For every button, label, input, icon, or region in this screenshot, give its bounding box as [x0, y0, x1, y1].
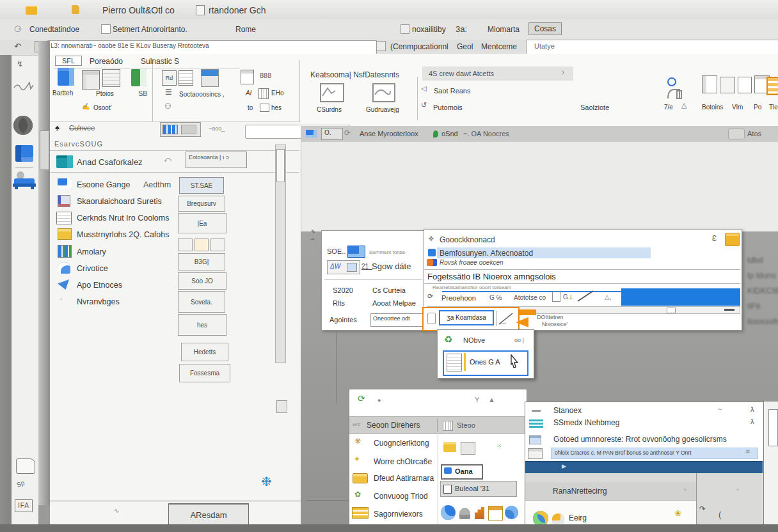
mid-group-tab[interactable]: 4S crew dawt Atcetts ›	[422, 66, 573, 81]
account-name[interactable]: Anad Csaforkalez	[77, 157, 143, 167]
pane-scrollbar[interactable]	[38, 41, 50, 505]
globe-blue-icon[interactable]	[505, 506, 518, 519]
menu-item-home[interactable]: Rome	[235, 25, 256, 34]
sync-green-icon[interactable]: ⟳	[358, 393, 365, 403]
cosas-button[interactable]: Cosas	[528, 22, 562, 35]
undo-cursor-icon[interactable]: ↶	[14, 42, 21, 51]
new-mail-icon[interactable]	[58, 68, 74, 86]
mail-module-icon[interactable]	[15, 145, 33, 162]
menu-item-accessibility[interactable]: noxailitiby	[412, 25, 446, 34]
dropdown-item-selected[interactable]: Ones G A	[443, 350, 528, 376]
menu-left-3[interactable]: Agointes	[329, 316, 357, 324]
oana-button[interactable]: Oana	[441, 464, 483, 480]
stack-button-soveta[interactable]: Soveta.	[178, 291, 225, 313]
putomois-label[interactable]: Putomois	[433, 104, 463, 111]
folder-item[interactable]: Esoone Gange	[77, 180, 130, 189]
result-row-4[interactable]: ohloix Cracros c. M PAN Brof bonus so an…	[555, 450, 692, 456]
menu-item-zoom[interactable]: 3a:	[456, 24, 467, 34]
suggestion-1-text[interactable]: Bemfosunyen. Afxecnoatod	[440, 249, 533, 258]
gudruavejg-label[interactable]: Gudruavejg	[366, 106, 399, 113]
archive-folder-icon[interactable]	[16, 458, 35, 474]
menu-right-3-box[interactable]: Oneoortee odt	[370, 313, 425, 327]
stack-button-soojo[interactable]: Soo JO	[178, 272, 226, 290]
person-gray-icon[interactable]	[459, 508, 470, 519]
mini-button-1[interactable]	[178, 239, 193, 251]
archive-building-icon[interactable]	[82, 70, 100, 90]
flag-icon[interactable]: ↯	[17, 59, 23, 68]
hes-checkbox-icon[interactable]	[260, 104, 269, 112]
menu-item-4[interactable]: Sagornviexors	[374, 510, 423, 519]
menu-item-file[interactable]: Conedtatindoe	[29, 25, 79, 34]
folder-item[interactable]: Nvranvbges	[77, 297, 120, 306]
result-row-3[interactable]: Gotoed umnnoreste: Rrot ovvonöohg goesol…	[553, 435, 727, 444]
ifa-box-icon[interactable]: IFA	[15, 499, 33, 512]
folder-item[interactable]: Musstrnyrlohs 2Q. Cafohs	[77, 230, 170, 239]
crumb-mentceme[interactable]: Mentceme	[481, 42, 517, 51]
globe-small-icon[interactable]: ⚇	[164, 102, 171, 111]
ribbon-tab-sulnastic[interactable]: Sulnastic S	[141, 57, 179, 66]
rd-icon[interactable]: Rd	[162, 70, 177, 86]
mini-button-3[interactable]	[210, 239, 225, 251]
list-grid-icon[interactable]	[179, 70, 193, 86]
ribbon-tab-sfl[interactable]: SFL	[55, 56, 82, 66]
address-dropdown-icon[interactable]	[376, 41, 386, 51]
crumb-computational[interactable]: (Cenmpucationnl	[390, 42, 449, 51]
dropdown-item-ones[interactable]: Ones G A	[470, 358, 500, 366]
account-badge[interactable]: Eotosoanta | ı ͻ	[186, 152, 247, 168]
sun-cloud-icon[interactable]	[552, 513, 564, 524]
ptoios-label[interactable]: Ptoios	[95, 90, 115, 97]
globe-people-icon[interactable]	[441, 505, 456, 520]
stack-button-ea[interactable]: |Ea	[178, 213, 226, 233]
menu-right-1[interactable]: Cs Curteia	[372, 286, 406, 294]
account-pin-icon[interactable]: ⤺	[164, 155, 171, 164]
saot-reans-label[interactable]: Saot Reans	[434, 87, 470, 95]
folder-scrollbar[interactable]	[275, 145, 286, 363]
folder-yellow-button[interactable]	[725, 233, 740, 246]
vlm-icon[interactable]	[720, 77, 735, 93]
redo-icon[interactable]: ↷	[699, 505, 706, 513]
hes-label[interactable]: hes	[271, 104, 282, 111]
menu-item-1[interactable]: Worre chOtrca6e	[374, 457, 432, 466]
help-icon[interactable]: ⚆	[14, 24, 22, 34]
eho-grid-icon[interactable]	[258, 88, 269, 99]
selection-blue-bar[interactable]	[621, 288, 740, 306]
buleoal-button[interactable]: Buleoal '31	[440, 481, 517, 497]
eeirg-label[interactable]: Eeirg	[569, 513, 587, 522]
ribbon-tab-poreaodo[interactable]: Poreaódo	[90, 57, 123, 66]
folder-small-yellow-icon[interactable]	[443, 442, 456, 452]
chart-orange-icon[interactable]	[475, 507, 484, 519]
people-module-icon[interactable]	[12, 171, 37, 190]
bartteh-label[interactable]: Bartteh	[52, 90, 73, 97]
result-row-5[interactable]: RanaNrettecirrg	[553, 487, 607, 496]
dropdown-item-nobve[interactable]: NObve	[463, 336, 485, 344]
folder-scrollbar-end[interactable]	[276, 400, 287, 413]
record-button-icon[interactable]	[13, 116, 33, 135]
koamdasa-button[interactable]: ʒa Koamdasa	[439, 310, 494, 325]
menu-left-2[interactable]: Rlts	[333, 299, 345, 307]
stack-button-stsae[interactable]: ST.SAE	[179, 177, 224, 194]
menu-right-2[interactable]: Aooat Melpae	[372, 299, 416, 307]
steoo-label[interactable]: Steoo	[457, 421, 475, 429]
hamburger-icon[interactable]: ☰	[165, 88, 172, 97]
sgow-date-label[interactable]: Sgow dáte	[372, 262, 411, 271]
tle-orange-icon[interactable]	[766, 77, 778, 95]
selected-blue-bar[interactable]: ▶	[525, 461, 763, 474]
crumb-geol[interactable]: Geol	[457, 42, 473, 51]
stack-button-group[interactable]	[178, 239, 225, 251]
mini-button-2[interactable]	[194, 239, 209, 251]
saolziote-label[interactable]: Saolziote	[580, 104, 609, 111]
refresh-icon[interactable]: ⟳	[344, 129, 351, 137]
folder-item[interactable]: Cerknds Nrut Iro Cooloms	[77, 214, 170, 223]
menu-item-settings[interactable]: Setmert Atnoroirtanto.	[113, 25, 187, 34]
stack-button-fossesma[interactable]: Fossesma	[179, 364, 230, 382]
folder-item[interactable]: Skaorulaichoard Suretis	[77, 197, 162, 206]
stack-button-hes[interactable]: hes	[178, 314, 226, 336]
aresdam-button[interactable]: AResdam	[168, 503, 249, 527]
forward-circle-icon[interactable]: ⟳	[427, 292, 433, 301]
osoot-label[interactable]: Osoot'	[93, 104, 112, 111]
suggestion-2-text[interactable]: Rovsk froaee ooekcen	[440, 259, 504, 266]
pane-scrollbar-thumb[interactable]	[40, 130, 49, 170]
folder-item[interactable]: Crivotice	[77, 264, 108, 273]
status-atos[interactable]: Atos	[747, 130, 761, 137]
csurdns-image-icon[interactable]	[320, 83, 344, 102]
